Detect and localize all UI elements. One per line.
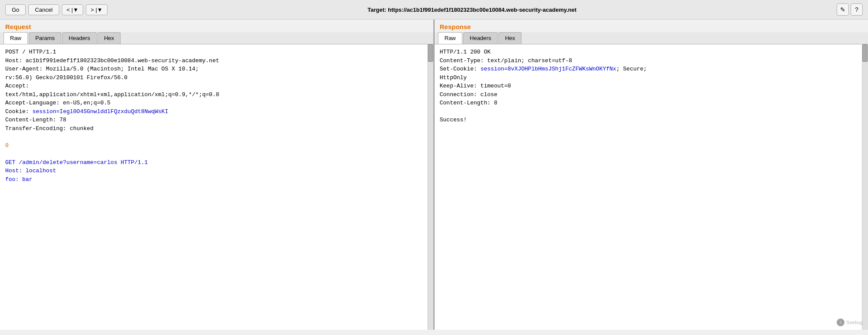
seebug-brand-name: Seebug <box>846 320 863 325</box>
request-content-area: POST / HTTP/1.1 Host: ac1b1f991edef1f180… <box>0 44 434 330</box>
response-tab-hex[interactable]: Hex <box>498 32 521 44</box>
go-button[interactable]: Go <box>5 4 26 15</box>
main-content: Request Raw Params Headers Hex POST / HT… <box>0 20 868 330</box>
request-tab-raw[interactable]: Raw <box>3 32 28 44</box>
help-button[interactable]: ? <box>851 3 863 16</box>
target-url: https://ac1b1f991edef1f1802323bc00e10084… <box>388 7 576 13</box>
response-line-1: HTTP/1.1 200 OK Content-Type: text/plain… <box>440 49 647 123</box>
response-panel: Response Raw Headers Hex HTTP/1.1 200 OK… <box>434 20 868 330</box>
forward-icon: > |▼ <box>91 7 102 13</box>
request-line-1: POST / HTTP/1.1 Host: ac1b1f991edef1f180… <box>5 49 219 183</box>
help-icon: ? <box>855 6 858 13</box>
request-scrollbar[interactable] <box>427 44 434 330</box>
response-tab-headers[interactable]: Headers <box>463 32 498 44</box>
edit-icon: ✎ <box>840 6 845 13</box>
seebug-logo-icon: i <box>837 318 844 326</box>
toolbar: Go Cancel < |▼ > |▼ Target: https://ac1b… <box>0 0 868 20</box>
request-title: Request <box>0 20 434 32</box>
forward-button[interactable]: > |▼ <box>86 4 107 15</box>
response-scrollbar-thumb <box>862 44 868 62</box>
branding-bar: i Seebug <box>837 318 863 326</box>
request-tab-headers[interactable]: Headers <box>62 32 97 44</box>
edit-button[interactable]: ✎ <box>837 3 849 16</box>
cancel-button[interactable]: Cancel <box>28 4 59 15</box>
back-button[interactable]: < |▼ <box>62 4 83 15</box>
request-scrollbar-thumb <box>428 44 433 62</box>
request-panel: Request Raw Params Headers Hex POST / HT… <box>0 20 434 330</box>
request-tab-bar: Raw Params Headers Hex <box>0 32 434 44</box>
back-icon: < |▼ <box>67 7 78 13</box>
toolbar-right-buttons: ✎ ? <box>837 3 863 16</box>
response-text[interactable]: HTTP/1.1 200 OK Content-Type: text/plain… <box>434 44 862 330</box>
request-tab-params[interactable]: Params <box>29 32 61 44</box>
target-label: Target: https://ac1b1f991edef1f1802323bc… <box>110 7 834 13</box>
seebug-logo-text: i <box>840 320 841 325</box>
request-tab-hex[interactable]: Hex <box>98 32 121 44</box>
request-text[interactable]: POST / HTTP/1.1 Host: ac1b1f991edef1f180… <box>0 44 427 330</box>
response-tab-bar: Raw Headers Hex <box>434 32 868 44</box>
response-tab-raw[interactable]: Raw <box>438 32 462 44</box>
response-content-area: HTTP/1.1 200 OK Content-Type: text/plain… <box>434 44 868 330</box>
response-scrollbar[interactable] <box>862 44 868 330</box>
target-prefix: Target: <box>367 7 388 13</box>
response-title: Response <box>434 20 868 32</box>
